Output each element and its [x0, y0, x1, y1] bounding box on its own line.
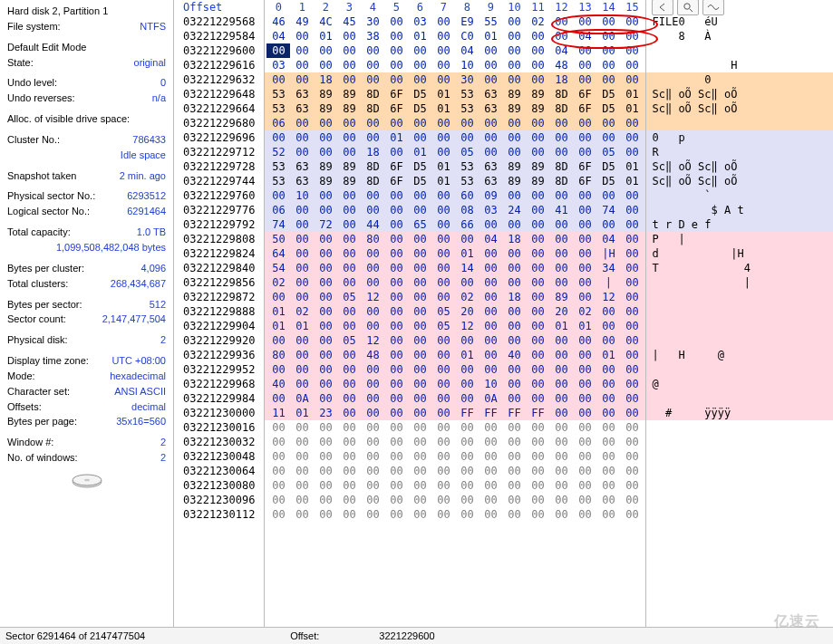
hex-byte[interactable]: 00 — [431, 58, 455, 72]
hex-byte[interactable]: 00 — [337, 362, 361, 377]
hex-byte[interactable]: 18 — [314, 72, 337, 87]
hex-row[interactable]: 00001800000000003000000018000000 — [265, 72, 645, 87]
hex-byte[interactable]: 00 — [479, 246, 502, 261]
hex-byte[interactable]: 00 — [502, 362, 526, 377]
tool-next-icon[interactable] — [702, 0, 724, 15]
hex-byte[interactable]: 00 — [384, 348, 408, 362]
hex-row[interactable]: 06000000000000000000000000000000 — [265, 116, 645, 130]
hex-byte[interactable]: 00 — [620, 377, 644, 391]
hex-byte[interactable]: 00 — [479, 290, 502, 304]
hex-byte[interactable]: 00 — [314, 203, 337, 217]
hex-byte[interactable]: 34 — [596, 261, 620, 275]
hex-byte[interactable]: 00 — [361, 406, 384, 420]
hex-byte[interactable]: 00 — [408, 275, 431, 290]
hex-byte[interactable]: 4C — [314, 14, 337, 29]
hex-byte[interactable]: D5 — [408, 87, 431, 101]
hex-byte[interactable]: 00 — [431, 203, 455, 217]
hex-byte[interactable]: 00 — [455, 507, 479, 522]
hex-byte[interactable]: 00 — [455, 420, 479, 435]
hex-byte[interactable]: 00 — [573, 217, 596, 232]
hex-row[interactable]: 06000000000000000803240041007400 — [265, 203, 645, 217]
hex-byte[interactable]: 01 — [620, 159, 644, 174]
hex-byte[interactable]: 8D — [361, 174, 384, 188]
hex-row[interactable]: 54000000000000001400000000003400 — [265, 261, 645, 275]
ascii-row[interactable]: Sc‖ oÕ Sc‖ oÕ — [646, 174, 833, 188]
hex-byte[interactable]: 00 — [266, 362, 290, 377]
hex-byte[interactable]: 00 — [266, 449, 290, 464]
hex-byte[interactable]: D5 — [408, 159, 431, 174]
hex-byte[interactable]: 05 — [455, 145, 479, 159]
hex-byte[interactable]: 01 — [620, 87, 644, 101]
hex-byte[interactable]: 03 — [479, 203, 502, 217]
hex-byte[interactable]: 00 — [431, 43, 455, 58]
hex-byte[interactable]: 49 — [290, 14, 314, 29]
ascii-row[interactable]: 8 À — [646, 29, 833, 43]
hex-byte[interactable]: 18 — [502, 290, 526, 304]
hex-row[interactable]: 536389898D6FD501536389898D6FD501 — [265, 87, 645, 101]
hex-byte[interactable]: 00 — [431, 348, 455, 362]
hex-byte[interactable]: 01 — [431, 159, 455, 174]
hex-byte[interactable]: 00 — [431, 217, 455, 232]
hex-byte[interactable]: 00 — [620, 188, 644, 203]
hex-byte[interactable]: 00 — [384, 478, 408, 493]
hex-byte[interactable]: 00 — [479, 449, 502, 464]
hex-byte[interactable]: 00 — [549, 449, 573, 464]
hex-byte[interactable]: 00 — [314, 464, 337, 478]
hex-byte[interactable]: 00 — [549, 391, 573, 406]
hex-row[interactable]: 00000000000000000400000004000000 — [265, 43, 645, 58]
hex-byte[interactable]: 00 — [479, 261, 502, 275]
hex-byte[interactable]: 89 — [337, 159, 361, 174]
hex-byte[interactable]: 89 — [526, 87, 549, 101]
hex-byte[interactable]: 00 — [549, 507, 573, 522]
hex-byte[interactable]: 00 — [502, 43, 526, 58]
hex-row[interactable]: 00000005120000000000000000000000 — [265, 333, 645, 348]
hex-byte[interactable]: 00 — [502, 217, 526, 232]
hex-byte[interactable]: 00 — [620, 203, 644, 217]
hex-byte[interactable]: 00 — [408, 362, 431, 377]
hex-byte[interactable]: 00 — [314, 290, 337, 304]
hex-byte[interactable]: 00 — [502, 507, 526, 522]
hex-byte[interactable]: 00 — [502, 449, 526, 464]
hex-byte[interactable]: 00 — [314, 348, 337, 362]
hex-byte[interactable]: 00 — [596, 29, 620, 43]
hex-byte[interactable]: 00 — [408, 348, 431, 362]
tool-search-icon[interactable] — [677, 0, 699, 15]
hex-byte[interactable]: 00 — [431, 464, 455, 478]
hex-byte[interactable]: 41 — [549, 203, 573, 217]
hex-row[interactable]: 80000000480000000100400000000100 — [265, 348, 645, 362]
hex-byte[interactable]: 00 — [526, 464, 549, 478]
hex-byte[interactable]: 00 — [479, 478, 502, 493]
hex-byte[interactable]: 53 — [455, 174, 479, 188]
hex-byte[interactable]: 00 — [266, 464, 290, 478]
hex-byte[interactable]: 00 — [361, 116, 384, 130]
hex-byte[interactable]: 00 — [549, 377, 573, 391]
hex-byte[interactable]: 00 — [361, 391, 384, 406]
hex-byte[interactable]: 01 — [620, 174, 644, 188]
hex-byte[interactable]: 00 — [549, 464, 573, 478]
hex-byte[interactable]: |H — [596, 246, 620, 261]
hex-byte[interactable]: 00 — [384, 333, 408, 348]
hex-byte[interactable]: 01 — [620, 101, 644, 116]
hex-byte[interactable]: 05 — [596, 145, 620, 159]
hex-byte[interactable]: 09 — [479, 188, 502, 203]
hex-row[interactable]: 00000000000100000000000000000000 — [265, 130, 645, 145]
hex-byte[interactable]: 00 — [290, 29, 314, 43]
hex-byte[interactable]: 00 — [314, 507, 337, 522]
hex-byte[interactable]: 18 — [361, 145, 384, 159]
hex-byte[interactable]: 00 — [479, 43, 502, 58]
hex-byte[interactable]: 02 — [290, 304, 314, 319]
hex-byte[interactable]: 00 — [455, 116, 479, 130]
hex-byte[interactable]: 00 — [384, 246, 408, 261]
ascii-row[interactable]: d |H — [646, 246, 833, 261]
hex-byte[interactable]: 00 — [573, 116, 596, 130]
hex-byte[interactable]: 00 — [290, 377, 314, 391]
hex-row[interactable]: 50000000800000000004180000000400 — [265, 232, 645, 246]
ascii-row[interactable] — [646, 116, 833, 130]
hex-byte[interactable]: 00 — [314, 145, 337, 159]
hex-byte[interactable]: 00 — [408, 464, 431, 478]
hex-byte[interactable]: 00 — [384, 58, 408, 72]
hex-byte[interactable]: 00 — [620, 449, 644, 464]
hex-byte[interactable]: 00 — [455, 391, 479, 406]
hex-byte[interactable]: 00 — [408, 507, 431, 522]
hex-byte[interactable]: 12 — [361, 333, 384, 348]
